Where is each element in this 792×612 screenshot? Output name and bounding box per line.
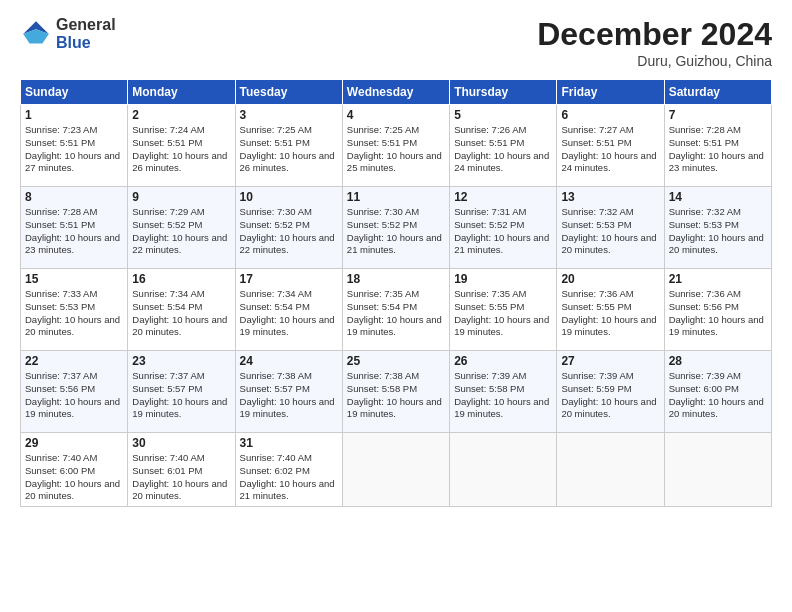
- table-row: 22 Sunrise: 7:37 AMSunset: 5:56 PMDaylig…: [21, 351, 128, 433]
- day-number: 11: [347, 190, 445, 204]
- day-number: 19: [454, 272, 552, 286]
- day-info: Sunrise: 7:39 AMSunset: 5:59 PMDaylight:…: [561, 370, 659, 421]
- table-row: 23 Sunrise: 7:37 AMSunset: 5:57 PMDaylig…: [128, 351, 235, 433]
- table-row: 14 Sunrise: 7:32 AMSunset: 5:53 PMDaylig…: [664, 187, 771, 269]
- day-number: 4: [347, 108, 445, 122]
- day-number: 14: [669, 190, 767, 204]
- logo-icon: [20, 18, 52, 50]
- day-number: 17: [240, 272, 338, 286]
- table-row: 20 Sunrise: 7:36 AMSunset: 5:55 PMDaylig…: [557, 269, 664, 351]
- col-sunday: Sunday: [21, 80, 128, 105]
- table-row: 30 Sunrise: 7:40 AMSunset: 6:01 PMDaylig…: [128, 433, 235, 507]
- col-saturday: Saturday: [664, 80, 771, 105]
- table-row: 17 Sunrise: 7:34 AMSunset: 5:54 PMDaylig…: [235, 269, 342, 351]
- col-friday: Friday: [557, 80, 664, 105]
- col-thursday: Thursday: [450, 80, 557, 105]
- calendar-table: Sunday Monday Tuesday Wednesday Thursday…: [20, 79, 772, 507]
- table-row: 7 Sunrise: 7:28 AMSunset: 5:51 PMDayligh…: [664, 105, 771, 187]
- table-row: 1 Sunrise: 7:23 AMSunset: 5:51 PMDayligh…: [21, 105, 128, 187]
- day-number: 26: [454, 354, 552, 368]
- day-info: Sunrise: 7:29 AMSunset: 5:52 PMDaylight:…: [132, 206, 230, 257]
- day-info: Sunrise: 7:32 AMSunset: 5:53 PMDaylight:…: [669, 206, 767, 257]
- day-number: 22: [25, 354, 123, 368]
- day-info: Sunrise: 7:40 AMSunset: 6:02 PMDaylight:…: [240, 452, 338, 503]
- day-number: 25: [347, 354, 445, 368]
- day-info: Sunrise: 7:39 AMSunset: 6:00 PMDaylight:…: [669, 370, 767, 421]
- day-info: Sunrise: 7:40 AMSunset: 6:00 PMDaylight:…: [25, 452, 123, 503]
- day-info: Sunrise: 7:36 AMSunset: 5:56 PMDaylight:…: [669, 288, 767, 339]
- day-number: 6: [561, 108, 659, 122]
- table-row: 15 Sunrise: 7:33 AMSunset: 5:53 PMDaylig…: [21, 269, 128, 351]
- table-row: [342, 433, 449, 507]
- day-number: 12: [454, 190, 552, 204]
- table-row: 8 Sunrise: 7:28 AMSunset: 5:51 PMDayligh…: [21, 187, 128, 269]
- logo-general: General: [56, 16, 116, 34]
- day-number: 27: [561, 354, 659, 368]
- logo-blue: Blue: [56, 34, 116, 52]
- table-row: 25 Sunrise: 7:38 AMSunset: 5:58 PMDaylig…: [342, 351, 449, 433]
- table-row: 16 Sunrise: 7:34 AMSunset: 5:54 PMDaylig…: [128, 269, 235, 351]
- day-info: Sunrise: 7:34 AMSunset: 5:54 PMDaylight:…: [132, 288, 230, 339]
- day-info: Sunrise: 7:31 AMSunset: 5:52 PMDaylight:…: [454, 206, 552, 257]
- table-row: 29 Sunrise: 7:40 AMSunset: 6:00 PMDaylig…: [21, 433, 128, 507]
- day-number: 7: [669, 108, 767, 122]
- day-info: Sunrise: 7:25 AMSunset: 5:51 PMDaylight:…: [347, 124, 445, 175]
- day-info: Sunrise: 7:25 AMSunset: 5:51 PMDaylight:…: [240, 124, 338, 175]
- table-row: 11 Sunrise: 7:30 AMSunset: 5:52 PMDaylig…: [342, 187, 449, 269]
- table-row: 3 Sunrise: 7:25 AMSunset: 5:51 PMDayligh…: [235, 105, 342, 187]
- day-info: Sunrise: 7:34 AMSunset: 5:54 PMDaylight:…: [240, 288, 338, 339]
- day-number: 31: [240, 436, 338, 450]
- table-row: 4 Sunrise: 7:25 AMSunset: 5:51 PMDayligh…: [342, 105, 449, 187]
- day-number: 23: [132, 354, 230, 368]
- day-info: Sunrise: 7:28 AMSunset: 5:51 PMDaylight:…: [25, 206, 123, 257]
- table-row: 27 Sunrise: 7:39 AMSunset: 5:59 PMDaylig…: [557, 351, 664, 433]
- day-info: Sunrise: 7:37 AMSunset: 5:57 PMDaylight:…: [132, 370, 230, 421]
- table-row: 24 Sunrise: 7:38 AMSunset: 5:57 PMDaylig…: [235, 351, 342, 433]
- table-row: 9 Sunrise: 7:29 AMSunset: 5:52 PMDayligh…: [128, 187, 235, 269]
- day-number: 24: [240, 354, 338, 368]
- day-number: 2: [132, 108, 230, 122]
- day-info: Sunrise: 7:40 AMSunset: 6:01 PMDaylight:…: [132, 452, 230, 503]
- day-info: Sunrise: 7:32 AMSunset: 5:53 PMDaylight:…: [561, 206, 659, 257]
- day-number: 8: [25, 190, 123, 204]
- day-info: Sunrise: 7:38 AMSunset: 5:58 PMDaylight:…: [347, 370, 445, 421]
- col-wednesday: Wednesday: [342, 80, 449, 105]
- day-info: Sunrise: 7:26 AMSunset: 5:51 PMDaylight:…: [454, 124, 552, 175]
- day-number: 29: [25, 436, 123, 450]
- table-row: 6 Sunrise: 7:27 AMSunset: 5:51 PMDayligh…: [557, 105, 664, 187]
- day-info: Sunrise: 7:24 AMSunset: 5:51 PMDaylight:…: [132, 124, 230, 175]
- day-info: Sunrise: 7:33 AMSunset: 5:53 PMDaylight:…: [25, 288, 123, 339]
- title-block: December 2024 Duru, Guizhou, China: [537, 16, 772, 69]
- logo-text: General Blue: [56, 16, 116, 51]
- col-monday: Monday: [128, 80, 235, 105]
- day-info: Sunrise: 7:28 AMSunset: 5:51 PMDaylight:…: [669, 124, 767, 175]
- table-row: 31 Sunrise: 7:40 AMSunset: 6:02 PMDaylig…: [235, 433, 342, 507]
- table-row: [557, 433, 664, 507]
- day-number: 5: [454, 108, 552, 122]
- table-row: 18 Sunrise: 7:35 AMSunset: 5:54 PMDaylig…: [342, 269, 449, 351]
- day-number: 10: [240, 190, 338, 204]
- day-number: 16: [132, 272, 230, 286]
- page: General Blue December 2024 Duru, Guizhou…: [0, 0, 792, 612]
- day-number: 21: [669, 272, 767, 286]
- day-info: Sunrise: 7:30 AMSunset: 5:52 PMDaylight:…: [240, 206, 338, 257]
- day-info: Sunrise: 7:35 AMSunset: 5:55 PMDaylight:…: [454, 288, 552, 339]
- table-row: 19 Sunrise: 7:35 AMSunset: 5:55 PMDaylig…: [450, 269, 557, 351]
- day-number: 1: [25, 108, 123, 122]
- table-row: [664, 433, 771, 507]
- table-row: 28 Sunrise: 7:39 AMSunset: 6:00 PMDaylig…: [664, 351, 771, 433]
- day-number: 28: [669, 354, 767, 368]
- calendar-header-row: Sunday Monday Tuesday Wednesday Thursday…: [21, 80, 772, 105]
- day-info: Sunrise: 7:37 AMSunset: 5:56 PMDaylight:…: [25, 370, 123, 421]
- table-row: 21 Sunrise: 7:36 AMSunset: 5:56 PMDaylig…: [664, 269, 771, 351]
- month-title: December 2024: [537, 16, 772, 53]
- table-row: 5 Sunrise: 7:26 AMSunset: 5:51 PMDayligh…: [450, 105, 557, 187]
- table-row: 10 Sunrise: 7:30 AMSunset: 5:52 PMDaylig…: [235, 187, 342, 269]
- day-info: Sunrise: 7:30 AMSunset: 5:52 PMDaylight:…: [347, 206, 445, 257]
- col-tuesday: Tuesday: [235, 80, 342, 105]
- day-number: 18: [347, 272, 445, 286]
- day-number: 15: [25, 272, 123, 286]
- day-info: Sunrise: 7:38 AMSunset: 5:57 PMDaylight:…: [240, 370, 338, 421]
- day-info: Sunrise: 7:36 AMSunset: 5:55 PMDaylight:…: [561, 288, 659, 339]
- location: Duru, Guizhou, China: [537, 53, 772, 69]
